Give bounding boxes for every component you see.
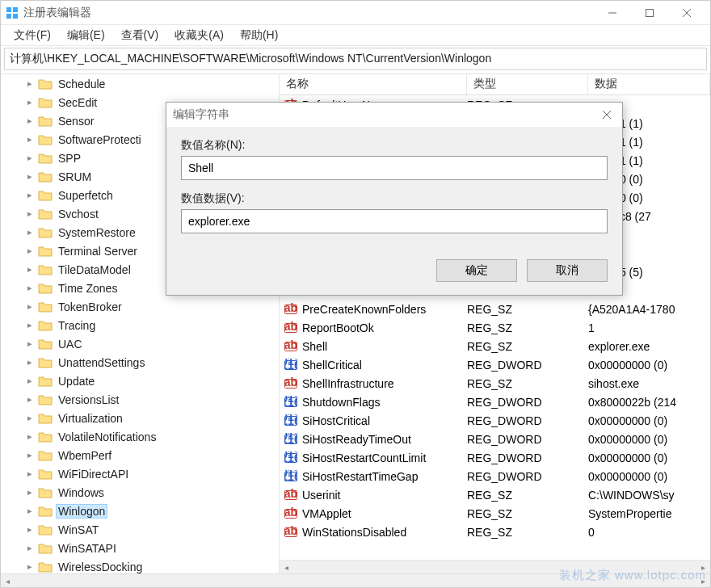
chevron-right-icon[interactable]: ▸ [25,413,35,423]
close-button[interactable] [668,2,705,24]
chevron-right-icon[interactable]: ▸ [25,264,35,275]
chevron-right-icon[interactable]: ▸ [25,450,35,460]
column-name[interactable]: 名称 [280,74,467,94]
list-row[interactable]: abShellREG_SZexplorer.exe [280,337,710,355]
list-row[interactable]: abUserinitREG_SZC:\WINDOWS\sy [280,485,710,504]
chevron-right-icon[interactable]: ▸ [25,506,35,516]
chevron-right-icon[interactable]: ▸ [25,357,35,368]
svg-text:ab: ab [284,321,297,333]
list-row[interactable]: 011110SiHostReadyTimeOutREG_DWORD0x00000… [280,430,710,448]
tree-item[interactable]: ▸Tracing [1,316,279,334]
dialog-buttons: 确定 取消 [166,250,622,295]
value-data: 0x00000000 (0) [588,452,667,464]
address-bar[interactable]: 计算机\HKEY_LOCAL_MACHINE\SOFTWARE\Microsof… [4,48,707,70]
chevron-right-icon[interactable]: ▸ [25,134,35,145]
value-data: SystemPropertie [588,507,671,520]
tree-item[interactable]: ▸VolatileNotifications [1,427,279,446]
list-row[interactable]: 011110ShutdownFlagsREG_DWORD0x8000022b (… [280,393,710,411]
tree-item[interactable]: ▸Schedule [1,74,279,93]
list-row[interactable]: abVMAppletREG_SZSystemPropertie [280,504,710,523]
chevron-right-icon[interactable]: ▸ [25,431,35,442]
chevron-right-icon[interactable]: ▸ [25,116,35,126]
value-data: {A520A1A4-1780 [588,303,675,316]
tree-item[interactable]: ▸Windows [1,483,279,502]
list-row[interactable]: 011110SiHostRestartTimeGapREG_DWORD0x000… [280,467,710,485]
value-data-input[interactable] [181,209,608,233]
chevron-right-icon[interactable]: ▸ [25,394,35,405]
dialog-title-text: 编辑字符串 [173,107,229,122]
value-name: VMApplet [302,507,351,520]
scroll-left-icon[interactable]: ◂ [1,574,15,587]
list-row[interactable]: 011110SiHostRestartCountLimitREG_DWORD0x… [280,448,710,467]
svg-text:ab: ab [284,489,297,500]
svg-text:ab: ab [284,303,297,314]
chevron-right-icon[interactable]: ▸ [25,78,35,89]
list-row[interactable]: abPreCreateKnownFoldersREG_SZ{A520A1A4-1… [280,300,710,318]
value-type: REG_SZ [467,377,512,390]
menu-view[interactable]: 查看(V) [113,27,167,44]
tree-item-label: VolatileNotifications [56,430,158,444]
menu-favorites[interactable]: 收藏夹(A) [166,27,232,44]
dialog-close-icon[interactable] [598,108,616,121]
chevron-right-icon[interactable]: ▸ [25,376,35,386]
chevron-right-icon[interactable]: ▸ [25,561,35,572]
menu-file[interactable]: 文件(F) [6,27,59,44]
cancel-button[interactable]: 取消 [527,259,608,282]
svg-text:ab: ab [284,340,297,351]
scroll-right-icon[interactable]: ▸ [696,561,710,573]
chevron-right-icon[interactable]: ▸ [25,338,35,349]
chevron-right-icon[interactable]: ▸ [25,208,35,219]
tree-item[interactable]: ▸Winlogon [1,502,279,520]
tree-item[interactable]: ▸UnattendSettings [1,353,279,372]
chevron-right-icon[interactable]: ▸ [25,301,35,312]
chevron-right-icon[interactable]: ▸ [25,97,35,107]
maximize-button[interactable] [631,2,668,24]
chevron-right-icon[interactable]: ▸ [25,283,35,293]
chevron-right-icon[interactable]: ▸ [25,543,35,553]
tree-horizontal-scrollbar[interactable]: ◂ ▸ [1,573,710,587]
tree-item[interactable]: ▸WbemPerf [1,446,279,464]
tree-item[interactable]: ▸VersionsList [1,390,279,409]
list-row[interactable]: abWinStationsDisabledREG_SZ0 [280,523,710,541]
chevron-right-icon[interactable]: ▸ [25,468,35,479]
chevron-right-icon[interactable]: ▸ [25,246,35,256]
chevron-right-icon[interactable]: ▸ [25,487,35,498]
chevron-right-icon[interactable]: ▸ [25,524,35,535]
value-name-label: 数值名称(N): [181,138,608,153]
menu-help[interactable]: 帮助(H) [232,27,286,44]
value-name: ShellInfrastructure [302,377,394,390]
scroll-left-icon[interactable]: ◂ [280,561,293,573]
svg-rect-2 [6,14,11,19]
value-name: Shell [302,340,327,353]
list-row[interactable]: abShellInfrastructureREG_SZsihost.exe [280,374,710,393]
tree-item[interactable]: ▸WirelessDocking [1,557,279,573]
tree-item[interactable]: ▸Virtualization [1,409,279,427]
scroll-right-icon[interactable]: ▸ [696,574,710,587]
svg-rect-1 [13,7,18,12]
menu-edit[interactable]: 编辑(E) [59,27,113,44]
chevron-right-icon[interactable]: ▸ [25,153,35,163]
tree-item[interactable]: ▸Update [1,372,279,390]
value-type: REG_DWORD [467,452,542,464]
column-data[interactable]: 数据 [588,74,710,94]
ok-button[interactable]: 确定 [436,259,517,282]
list-row[interactable]: 011110ShellCriticalREG_DWORD0x00000000 (… [280,355,710,374]
tree-item[interactable]: ▸WinSAT [1,520,279,539]
list-row[interactable]: 011110SiHostCriticalREG_DWORD0x00000000 … [280,411,710,430]
menubar: 文件(F) 编辑(E) 查看(V) 收藏夹(A) 帮助(H) [1,25,710,46]
value-name-input[interactable] [181,156,608,180]
tree-item[interactable]: ▸WiFiDirectAPI [1,464,279,483]
column-type[interactable]: 类型 [467,74,588,94]
chevron-right-icon[interactable]: ▸ [25,171,35,182]
horizontal-scrollbar[interactable]: ◂ ▸ [280,560,710,573]
value-name: SiHostRestartTimeGap [302,470,418,483]
tree-item[interactable]: ▸TokenBroker [1,297,279,316]
tree-item[interactable]: ▸UAC [1,334,279,353]
list-row[interactable]: abReportBootOkREG_SZ1 [280,318,710,337]
chevron-right-icon[interactable]: ▸ [25,320,35,330]
chevron-right-icon[interactable]: ▸ [25,190,35,200]
minimize-button[interactable] [594,2,631,24]
chevron-right-icon[interactable]: ▸ [25,227,35,237]
tree-item[interactable]: ▸WinSATAPI [1,539,279,557]
tree-item-label: Update [56,374,97,388]
